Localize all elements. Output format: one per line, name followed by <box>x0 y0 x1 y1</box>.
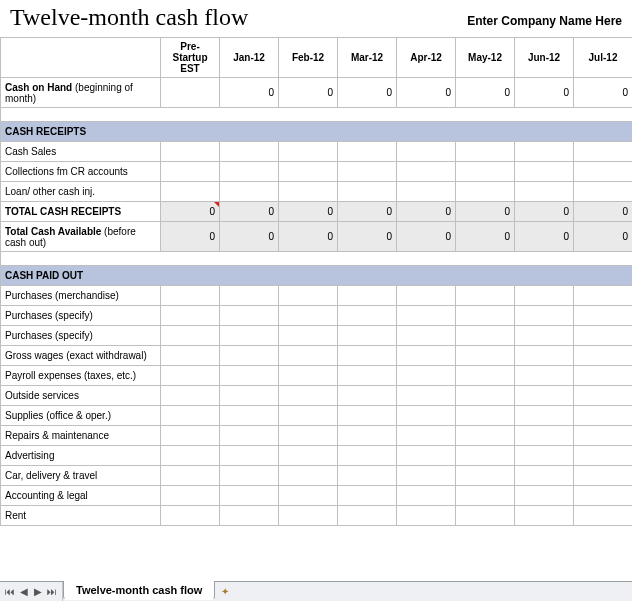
cell[interactable] <box>574 162 633 182</box>
cell[interactable] <box>338 142 397 162</box>
cell[interactable] <box>161 142 220 162</box>
cell[interactable] <box>456 486 515 506</box>
cell[interactable]: 0 <box>338 202 397 222</box>
col-jan[interactable]: Jan-12 <box>220 38 279 78</box>
cell[interactable]: 0 <box>515 202 574 222</box>
cell[interactable] <box>515 162 574 182</box>
cell[interactable] <box>161 286 220 306</box>
label[interactable]: Cash Sales <box>1 142 161 162</box>
cell[interactable] <box>279 306 338 326</box>
label[interactable]: TOTAL CASH RECEIPTS <box>1 202 161 222</box>
cell[interactable] <box>574 306 633 326</box>
cell[interactable] <box>279 406 338 426</box>
cell[interactable] <box>574 286 633 306</box>
cell[interactable] <box>574 386 633 406</box>
label[interactable]: Total Cash Available (before cash out) <box>1 222 161 252</box>
cell[interactable] <box>456 406 515 426</box>
cell[interactable] <box>574 182 633 202</box>
cell[interactable] <box>338 346 397 366</box>
cell[interactable] <box>220 142 279 162</box>
cell[interactable] <box>515 446 574 466</box>
cell[interactable] <box>456 306 515 326</box>
cell[interactable]: 0 <box>338 222 397 252</box>
col-jul[interactable]: Jul-12 <box>574 38 633 78</box>
company-name[interactable]: Enter Company Name Here <box>467 14 622 28</box>
cell[interactable] <box>515 466 574 486</box>
label[interactable]: Supplies (office & oper.) <box>1 406 161 426</box>
cell[interactable] <box>338 486 397 506</box>
label[interactable]: Rent <box>1 506 161 526</box>
cell[interactable] <box>456 506 515 526</box>
cell[interactable] <box>279 162 338 182</box>
cell[interactable] <box>515 142 574 162</box>
cell[interactable]: 0 <box>397 222 456 252</box>
label[interactable]: Gross wages (exact withdrawal) <box>1 346 161 366</box>
cell[interactable] <box>220 182 279 202</box>
cell[interactable] <box>397 486 456 506</box>
nav-next-icon[interactable]: ▶ <box>32 585 44 599</box>
label[interactable]: Purchases (specify) <box>1 326 161 346</box>
cell[interactable] <box>220 306 279 326</box>
nav-last-icon[interactable]: ⏭ <box>46 585 58 599</box>
cell[interactable] <box>456 182 515 202</box>
cell[interactable] <box>220 326 279 346</box>
cell[interactable] <box>397 346 456 366</box>
cell[interactable]: 0 <box>456 202 515 222</box>
cell[interactable] <box>456 466 515 486</box>
cell[interactable] <box>161 406 220 426</box>
col-prestartup[interactable]: Pre-Startup EST <box>161 38 220 78</box>
label[interactable]: Loan/ other cash inj. <box>1 182 161 202</box>
cell[interactable]: 0 <box>397 78 456 108</box>
cell[interactable] <box>279 446 338 466</box>
cell[interactable] <box>574 486 633 506</box>
cell[interactable] <box>161 78 220 108</box>
cell[interactable] <box>397 466 456 486</box>
cell[interactable] <box>338 306 397 326</box>
label[interactable]: Outside services <box>1 386 161 406</box>
cell[interactable] <box>338 466 397 486</box>
cell[interactable] <box>574 406 633 426</box>
cell[interactable]: 0 <box>279 222 338 252</box>
col-may[interactable]: May-12 <box>456 38 515 78</box>
cell[interactable] <box>574 366 633 386</box>
cell[interactable]: 0 <box>456 78 515 108</box>
cell[interactable] <box>397 162 456 182</box>
cell[interactable] <box>515 426 574 446</box>
col-feb[interactable]: Feb-12 <box>279 38 338 78</box>
cell[interactable] <box>220 466 279 486</box>
cell[interactable]: 0 <box>574 222 633 252</box>
cell[interactable] <box>515 182 574 202</box>
cell[interactable] <box>397 326 456 346</box>
label[interactable]: Advertising <box>1 446 161 466</box>
cell[interactable] <box>456 366 515 386</box>
cell[interactable] <box>161 346 220 366</box>
cell[interactable] <box>161 506 220 526</box>
cell[interactable]: 0 <box>161 202 220 222</box>
label[interactable]: Purchases (merchandise) <box>1 286 161 306</box>
cell[interactable] <box>338 406 397 426</box>
cell[interactable] <box>279 366 338 386</box>
cell[interactable] <box>279 386 338 406</box>
col-mar[interactable]: Mar-12 <box>338 38 397 78</box>
cell[interactable] <box>161 446 220 466</box>
col-jun[interactable]: Jun-12 <box>515 38 574 78</box>
cell[interactable] <box>456 162 515 182</box>
cell[interactable] <box>397 306 456 326</box>
cell[interactable]: 0 <box>161 222 220 252</box>
cell[interactable] <box>574 466 633 486</box>
cell[interactable] <box>338 182 397 202</box>
cell[interactable]: 0 <box>279 202 338 222</box>
cell[interactable] <box>161 466 220 486</box>
cell[interactable] <box>220 386 279 406</box>
cell[interactable] <box>515 506 574 526</box>
cell[interactable] <box>515 366 574 386</box>
cell[interactable]: 0 <box>338 78 397 108</box>
label[interactable]: Collections fm CR accounts <box>1 162 161 182</box>
cell[interactable] <box>220 446 279 466</box>
cell[interactable] <box>279 182 338 202</box>
cell[interactable] <box>220 426 279 446</box>
cell[interactable] <box>456 346 515 366</box>
label[interactable]: Repairs & maintenance <box>1 426 161 446</box>
cell[interactable]: 0 <box>220 202 279 222</box>
cell[interactable] <box>574 142 633 162</box>
